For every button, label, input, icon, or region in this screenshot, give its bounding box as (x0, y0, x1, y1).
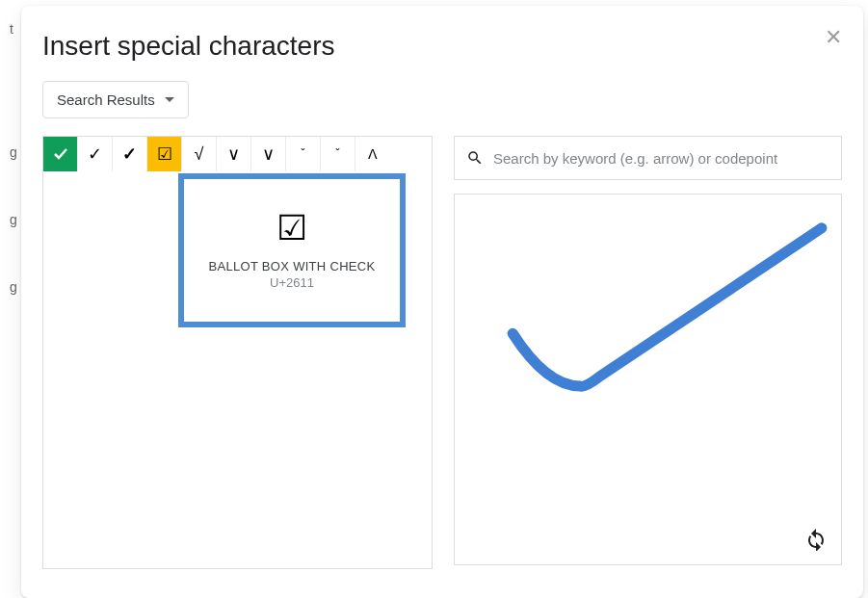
char-cell-4[interactable]: √ (182, 137, 217, 171)
filter-row: Search Results (42, 81, 842, 118)
close-icon[interactable]: ✕ (825, 25, 842, 50)
char-cell-9[interactable]: ꓥ (355, 137, 390, 171)
character-tooltip: ☑ BALLOT BOX WITH CHECK U+2611 (178, 173, 406, 327)
results-panel: ✓ ✓ ☑ √ ∨ ∨ ˇ ˇ ꓥ ☑ BALLOT BOX WITH CHEC… (42, 136, 433, 569)
dialog-title: Insert special characters (42, 31, 334, 62)
bg-char: g (10, 279, 17, 295)
bg-char: t (10, 21, 13, 37)
tooltip-code: U+2611 (270, 275, 314, 290)
search-icon (466, 149, 484, 167)
char-cell-2[interactable]: ✓ (113, 137, 147, 171)
category-dropdown-label: Search Results (57, 91, 155, 108)
char-cell-3[interactable]: ☑ (147, 137, 182, 171)
content: ✓ ✓ ☑ √ ∨ ∨ ˇ ˇ ꓥ ☑ BALLOT BOX WITH CHEC… (42, 136, 842, 569)
dialog-header: Insert special characters ✕ (42, 27, 842, 62)
draw-area[interactable] (454, 194, 842, 565)
reset-icon[interactable] (804, 528, 828, 551)
char-cell-7[interactable]: ˇ (286, 137, 321, 171)
character-row: ✓ ✓ ☑ √ ∨ ∨ ˇ ˇ ꓥ (43, 137, 432, 171)
tooltip-glyph: ☑ (276, 211, 307, 246)
char-cell-5[interactable]: ∨ (217, 137, 251, 171)
bg-char: g (10, 144, 17, 160)
chevron-down-icon (165, 97, 174, 102)
bg-char: g (10, 212, 17, 227)
special-characters-dialog: Insert special characters ✕ Search Resul… (21, 6, 863, 598)
tooltip-name: BALLOT BOX WITH CHECK (209, 259, 376, 273)
search-input[interactable] (491, 149, 829, 168)
char-cell-1[interactable]: ✓ (78, 137, 113, 171)
search-bar (454, 136, 842, 180)
right-column (454, 136, 842, 569)
char-cell-6[interactable]: ∨ (251, 137, 286, 171)
category-dropdown[interactable]: Search Results (42, 81, 189, 118)
char-cell-0[interactable] (43, 137, 78, 171)
char-cell-8[interactable]: ˇ (321, 137, 355, 171)
